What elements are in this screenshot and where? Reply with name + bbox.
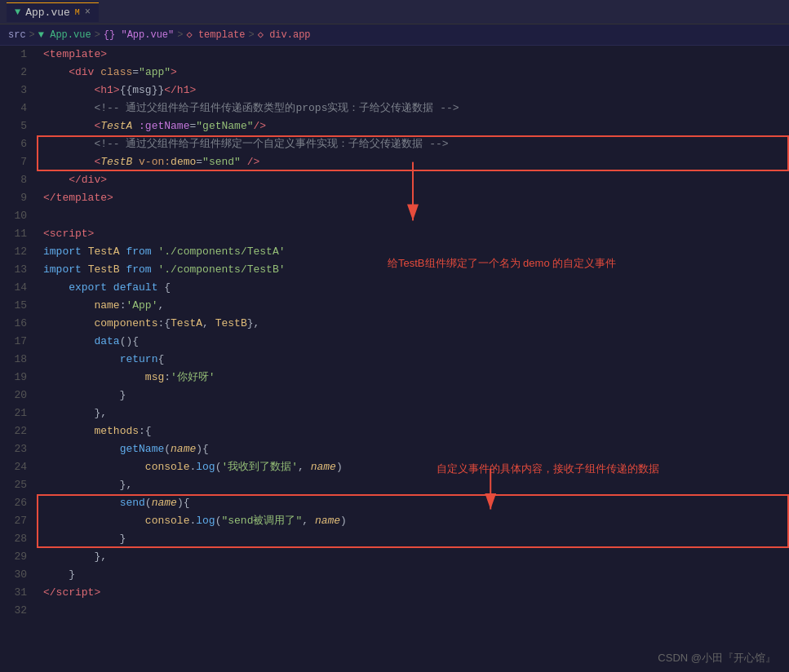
line-7: 7	[0, 153, 27, 171]
code-line-24: console.log('我收到了数据', name)	[37, 458, 789, 476]
line-28: 28	[0, 530, 27, 548]
code-line-31: </script>	[37, 584, 789, 602]
breadcrumb-template: ◇ template	[186, 29, 245, 41]
line-8: 8	[0, 171, 27, 189]
line-10: 10	[0, 207, 27, 225]
code-line-16: components:{TestA, TestB},	[37, 315, 789, 333]
line-12: 12	[0, 243, 27, 261]
line-22: 22	[0, 422, 27, 440]
line-20: 20	[0, 387, 27, 405]
vue-icon: ▼	[15, 7, 20, 18]
breadcrumb-div: ◇ div.app	[258, 29, 311, 41]
line-30: 30	[0, 566, 27, 584]
code-line-23: getName(name){	[37, 440, 789, 458]
line-29: 29	[0, 548, 27, 566]
line-25: 25	[0, 476, 27, 494]
breadcrumb-src: src	[8, 29, 26, 41]
line-19: 19	[0, 369, 27, 387]
breadcrumb-obj: {} "App.vue"	[104, 29, 174, 41]
code-line-25: },	[37, 476, 789, 494]
line-14: 14	[0, 279, 27, 297]
line-13: 13	[0, 261, 27, 279]
watermark: CSDN @小田『开心馆』	[658, 651, 776, 665]
code-line-29: },	[37, 548, 789, 566]
code-line-21: },	[37, 405, 789, 422]
line-15: 15	[0, 297, 27, 315]
line-32: 32	[0, 602, 27, 620]
code-line-30: }	[37, 566, 789, 584]
code-line-18: return{	[37, 351, 789, 369]
code-line-2: <div class="app">	[37, 64, 789, 82]
code-line-4: <!-- 通过父组件给子组件传递函数类型的props实现：子给父传递数据 -->	[37, 99, 789, 117]
line-21: 21	[0, 405, 27, 422]
code-line-12: import TestA from './components/TestA'	[37, 243, 789, 261]
code-line-27: console.log("send被调用了", name)	[37, 512, 789, 530]
code-line-20: }	[37, 387, 789, 405]
code-line-1: <template>	[37, 46, 789, 64]
code-line-7: <TestB v-on:demo="send" />	[37, 153, 789, 171]
line-26: 26	[0, 494, 27, 512]
code-line-9: </template>	[37, 189, 789, 207]
modified-indicator: M	[75, 8, 80, 17]
line-18: 18	[0, 351, 27, 369]
tab-close-button[interactable]: ×	[85, 7, 91, 18]
line-3: 3	[0, 82, 27, 99]
line-5: 5	[0, 117, 27, 135]
line-6: 6	[0, 135, 27, 153]
editor-tab[interactable]: ▼ App.vue M ×	[7, 2, 99, 22]
tab-filename: App.vue	[25, 7, 70, 19]
line-1: 1	[0, 46, 27, 64]
code-line-11: <script>	[37, 225, 789, 243]
code-line-28: }	[37, 530, 789, 548]
code-line-14: export default {	[37, 279, 789, 297]
code-line-5: <TestA :getName="getName"/>	[37, 117, 789, 135]
line-24: 24	[0, 458, 27, 476]
code-line-26: send(name){	[37, 494, 789, 512]
editor: 1 2 3 4 5 6 7 8 9 10 11 12 13 14 15 16 1…	[0, 46, 789, 672]
line-11: 11	[0, 225, 27, 243]
line-4: 4	[0, 99, 27, 117]
breadcrumb-vue: ▼ App.vue	[38, 29, 91, 41]
line-17: 17	[0, 333, 27, 351]
breadcrumb: src > ▼ App.vue > {} "App.vue" > ◇ templ…	[0, 24, 789, 46]
line-31: 31	[0, 584, 27, 602]
line-27: 27	[0, 512, 27, 530]
code-area[interactable]: <template> <div class="app"> <h1>{{msg}}…	[37, 46, 789, 672]
code-line-19: msg:'你好呀'	[37, 369, 789, 387]
code-line-3: <h1>{{msg}}</h1>	[37, 82, 789, 99]
line-9: 9	[0, 189, 27, 207]
code-line-8: </div>	[37, 171, 789, 189]
code-line-32	[37, 602, 789, 620]
line-16: 16	[0, 315, 27, 333]
code-line-10	[37, 207, 789, 225]
title-bar: ▼ App.vue M ×	[0, 0, 789, 24]
line-2: 2	[0, 64, 27, 82]
code-line-6: <!-- 通过父组件给子组件绑定一个自定义事件实现：子给父传递数据 -->	[37, 135, 789, 153]
code-line-15: name:'App',	[37, 297, 789, 315]
line-23: 23	[0, 440, 27, 458]
line-numbers: 1 2 3 4 5 6 7 8 9 10 11 12 13 14 15 16 1…	[0, 46, 37, 672]
code-line-17: data(){	[37, 333, 789, 351]
code-line-22: methods:{	[37, 422, 789, 440]
code-line-13: import TestB from './components/TestB'	[37, 261, 789, 279]
